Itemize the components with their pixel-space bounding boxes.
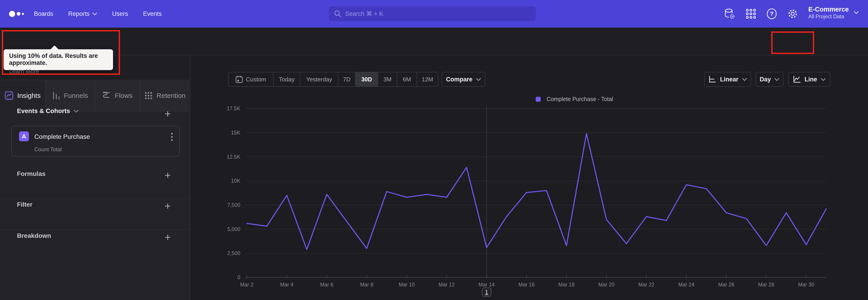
search-input[interactable]: Search ⌘ + K [329, 6, 536, 21]
nav-item-boards[interactable]: Boards [34, 10, 53, 18]
chevron-down-icon [74, 110, 79, 113]
data-line[interactable] [247, 133, 826, 249]
data-management-button[interactable] [722, 7, 736, 21]
tab-funnels[interactable]: Funnels [46, 80, 95, 111]
tab-label: Funnels [64, 92, 88, 99]
x-axis-label: Mar 4 [280, 282, 293, 288]
y-axis-label: 2,500 [227, 250, 240, 256]
tab-label: Retention [156, 92, 185, 99]
event-card[interactable]: A Complete Purchase Count Total [11, 126, 180, 157]
y-axis-label: 17.5K [227, 106, 241, 112]
search-icon [334, 10, 342, 18]
report-type-tabs: Insights Funnels Flows [0, 80, 191, 112]
x-axis-label: Mar 14 [478, 282, 495, 288]
x-axis-label: Mar 30 [798, 282, 814, 288]
tab-retention[interactable]: Retention [140, 80, 190, 111]
project-selector[interactable]: E-Commerce All Project Data [808, 5, 859, 20]
events-cohorts-header[interactable]: Events & Cohorts [17, 108, 79, 115]
y-axis-label: 0 [237, 274, 240, 280]
tab-label: Insights [17, 92, 40, 99]
series-letter-badge: A [19, 131, 29, 141]
x-axis-label: Mar 6 [320, 282, 333, 288]
x-axis-label: Mar 18 [558, 282, 575, 288]
x-axis-label: Mar 22 [638, 282, 655, 288]
svg-text:?: ? [770, 10, 774, 17]
event-name: Complete Purchase [34, 133, 90, 140]
report-header: Untitled Sampled + Add description... [0, 28, 868, 55]
search-placeholder: Search ⌘ + K [345, 10, 383, 18]
add-breakdown-button[interactable]: + [161, 230, 175, 244]
section-filter: Filter [17, 201, 32, 208]
top-nav: Boards Reports Users Events Search ⌘ + K [0, 0, 868, 28]
section-formulas: Formulas [17, 170, 45, 177]
x-axis-label: Mar 2 [240, 282, 254, 288]
kebab-menu-icon[interactable] [167, 132, 176, 142]
x-axis-label: Mar 8 [360, 282, 373, 288]
help-circle-icon: ? [766, 8, 778, 20]
tooltip-text: Using 10% of data. Results are approxima… [9, 53, 107, 66]
y-axis-label: 12.5K [227, 154, 241, 160]
apps-menu-button[interactable] [744, 7, 758, 21]
query-sidebar: Insights Funnels Flows [0, 55, 191, 300]
tab-flows[interactable]: Flows [95, 80, 140, 111]
database-gear-icon [723, 8, 735, 20]
retention-icon [144, 91, 153, 100]
add-event-button[interactable]: + [161, 107, 175, 120]
project-name: E-Commerce [808, 5, 849, 13]
nav-item-users[interactable]: Users [112, 10, 128, 18]
chevron-down-icon [92, 12, 97, 16]
x-axis-label: Mar 12 [438, 282, 455, 288]
y-axis-label: 5,000 [227, 226, 240, 232]
project-scope: All Project Data [808, 13, 849, 20]
mixpanel-logo-icon[interactable] [9, 0, 24, 28]
flows-icon [102, 92, 111, 100]
x-axis-label: Mar 24 [678, 282, 694, 288]
nav-item-events[interactable]: Events [143, 10, 162, 18]
x-axis-label: Mar 20 [598, 282, 615, 288]
add-formula-button[interactable]: + [161, 169, 175, 182]
y-axis-label: 15K [231, 130, 241, 136]
x-axis-label: Mar 16 [519, 282, 535, 288]
tab-insights[interactable]: Insights [0, 80, 46, 112]
nav-item-reports[interactable]: Reports [68, 10, 97, 18]
y-axis-label: 10K [231, 178, 241, 184]
learn-more-link[interactable]: Learn More [9, 68, 39, 75]
section-breakdown: Breakdown [17, 232, 51, 239]
line-chart: 02,5005,0007,50010K12.5K15K17.5KMar 2Mar… [191, 55, 868, 300]
divider [0, 199, 190, 199]
chevron-down-icon [854, 11, 859, 14]
tab-label: Flows [115, 92, 132, 99]
annotation-marker[interactable]: 1 [482, 288, 491, 297]
mixpanel-insights-app: Boards Reports Users Events Search ⌘ + K [0, 0, 868, 300]
x-axis-label: Mar 10 [399, 282, 415, 288]
insights-icon [4, 91, 13, 100]
sampling-tooltip: Using 10% of data. Results are approxima… [4, 49, 113, 70]
divider [0, 168, 190, 168]
add-filter-button[interactable]: + [161, 199, 175, 213]
grid-apps-icon [746, 8, 756, 19]
events-cohorts-label: Events & Cohorts [17, 108, 70, 115]
x-axis-label: Mar 26 [718, 282, 735, 288]
event-metric[interactable]: Count Total [34, 146, 62, 153]
gear-icon [787, 8, 799, 20]
primary-nav: Boards Reports Users Events [34, 0, 162, 28]
funnels-icon [52, 91, 60, 100]
chart-area: Custom Today Yesterday 7D 30D 3M 6M 12M … [191, 55, 868, 300]
help-button[interactable]: ? [765, 7, 778, 21]
divider [0, 229, 190, 230]
settings-button[interactable] [786, 7, 800, 21]
y-axis-label: 7,500 [227, 202, 240, 208]
x-axis-label: Mar 28 [758, 282, 774, 288]
